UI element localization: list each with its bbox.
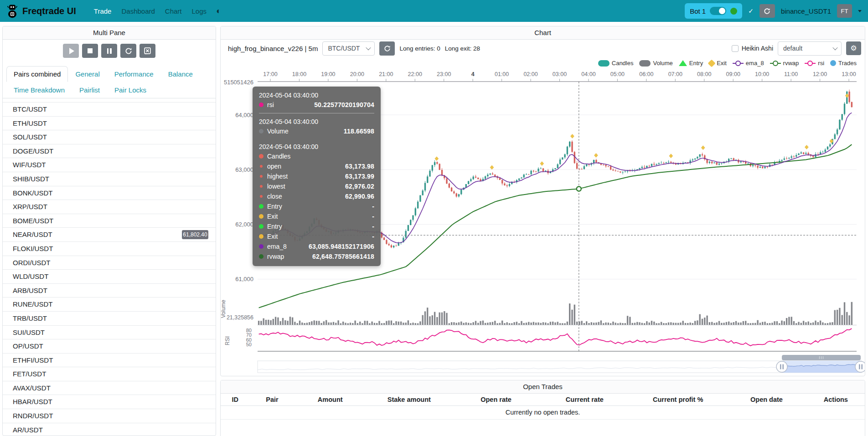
chart-tooltip: 2024-05-04 03:40:00rsi50.225770201907042…	[253, 87, 381, 266]
datazoom-left-handle[interactable]	[776, 361, 787, 372]
login-name[interactable]: binance_USDT1	[781, 7, 831, 15]
pair-row[interactable]: SHIB/USDT	[3, 172, 216, 186]
legend-item-candles[interactable]: Candles	[598, 60, 634, 67]
pair-row[interactable]: XRP/USDT	[3, 200, 216, 214]
pair-row[interactable]: WLD/USDT	[3, 269, 216, 283]
brand[interactable]: Freqtrade UI	[6, 4, 76, 18]
tooltip-row: close62,990.96	[259, 191, 374, 201]
plot-config-select[interactable]: default	[778, 41, 842, 56]
pair-row[interactable]: ETHFI/USDT	[3, 353, 216, 367]
heikin-ashi-checkbox[interactable]	[732, 45, 739, 52]
tooltip-row: rvwap62,648.75785661418	[259, 251, 374, 262]
open-trades-panel: Open Trades IDPairAmountStake amountOpen…	[220, 380, 865, 436]
bot-toggle[interactable]	[710, 7, 726, 15]
brand-title: Freqtrade UI	[22, 6, 76, 16]
svg-text:18:00: 18:00	[292, 71, 306, 77]
column-header-stake-amount: Stake amount	[366, 396, 453, 403]
navbar-right: Bot 1 ✓ binance_USDT1 FT	[685, 3, 862, 19]
avatar[interactable]: FT	[837, 4, 852, 18]
rvwap-swatch-icon	[770, 61, 781, 66]
nav-item-logs[interactable]: Logs	[187, 5, 212, 18]
pair-row[interactable]: FET/USDT	[3, 367, 216, 381]
pair-row[interactable]: RNDR/USDT	[3, 409, 216, 423]
tab-pairs-combined[interactable]: Pairs combined	[6, 66, 68, 82]
tooltip-row: Exit-	[259, 231, 374, 241]
forceexit-button[interactable]	[140, 44, 155, 58]
tab-pair-locks[interactable]: Pair Locks	[107, 82, 154, 98]
rsi-swatch-icon	[805, 61, 816, 66]
refresh-icon	[764, 8, 770, 15]
pair-row[interactable]: SOL/USDT	[3, 130, 216, 144]
datazoom-right-handle[interactable]	[855, 361, 865, 372]
pause-icon	[107, 48, 112, 54]
legend-label: Candles	[612, 60, 634, 67]
tab-general[interactable]: General	[68, 66, 107, 82]
pair-row[interactable]: ETH/USDT	[3, 116, 216, 130]
legend-label: rsi	[818, 60, 824, 67]
tooltip-row: Volume118.66598	[259, 126, 374, 136]
pair-row[interactable]: BTC/USDT	[3, 102, 216, 116]
app: Freqtrade UI TradeDashboardChartLogs ◐ B…	[0, 0, 868, 436]
reload-config-button[interactable]	[120, 44, 136, 58]
svg-text:64,000: 64,000	[235, 112, 253, 118]
svg-text:20:00: 20:00	[350, 71, 364, 77]
bot-selector[interactable]: Bot 1	[685, 3, 742, 19]
column-header-pair: Pair	[250, 396, 295, 403]
play-icon	[69, 48, 74, 54]
entry-swatch-icon	[679, 60, 687, 66]
refresh-chart-button[interactable]	[379, 41, 395, 56]
tab-performance[interactable]: Performance	[107, 66, 161, 82]
legend-item-rvwap[interactable]: rvwap	[770, 60, 799, 67]
legend-label: Volume	[653, 60, 672, 67]
legend-label: Trades	[838, 60, 857, 67]
long-entries-count: Long entries: 0	[399, 45, 440, 52]
user-menu-caret-icon[interactable]	[858, 10, 862, 12]
pair-row[interactable]: AVAX/USDT	[3, 381, 216, 395]
pair-select[interactable]: BTC/USDT	[322, 41, 375, 56]
pair-row[interactable]: ORDI/USDT	[3, 256, 216, 270]
pair-row[interactable]: DOGE/USDT	[3, 144, 216, 158]
legend-item-entry[interactable]: Entry	[679, 60, 703, 67]
legend-item-trades[interactable]: Trades	[830, 60, 857, 67]
tab-time-breakdown[interactable]: Time Breakdown	[6, 82, 72, 98]
nav-item-chart[interactable]: Chart	[160, 5, 187, 18]
theme-toggle-icon[interactable]: ◐	[212, 6, 226, 16]
pair-row[interactable]: ARB/USDT	[3, 283, 216, 298]
pair-row[interactable]: BOME/USDT	[3, 214, 216, 228]
open-trades-header: IDPairAmountStake amountOpen rateCurrent…	[221, 394, 865, 406]
chart-cancel-icon	[144, 47, 151, 55]
legend-item-exit[interactable]: Exit	[709, 60, 727, 67]
svg-text:11:00: 11:00	[784, 71, 798, 77]
tab-pairlist[interactable]: Pairlist	[72, 82, 107, 98]
play-button[interactable]	[63, 44, 79, 58]
legend-item-rsi[interactable]: rsi	[805, 60, 824, 67]
plot-settings-button[interactable]: ⚙	[846, 41, 861, 55]
pair-row[interactable]: FLOKI/USDT	[3, 241, 216, 256]
pair-row[interactable]: HBAR/USDT	[3, 395, 216, 409]
legend-label: ema_8	[746, 60, 764, 67]
nav-item-dashboard[interactable]: Dashboard	[116, 5, 160, 18]
tab-balance[interactable]: Balance	[161, 66, 200, 82]
stop-button[interactable]	[82, 44, 98, 58]
pair-row[interactable]: SUI/USDT	[3, 325, 216, 339]
robot-logo-icon	[6, 4, 18, 18]
svg-text:09:00: 09:00	[726, 71, 740, 77]
pair-row[interactable]: AR/USDT	[3, 423, 216, 436]
series-dot-icon	[259, 103, 264, 107]
tooltip-row: ema_863,085.948152171906	[259, 241, 374, 251]
navbar: Freqtrade UI TradeDashboardChartLogs ◐ B…	[0, 0, 868, 22]
pair-row[interactable]: OP/USDT	[3, 339, 216, 353]
pair-row[interactable]: BONK/USDT	[3, 186, 216, 200]
reload-bot-button[interactable]	[760, 4, 775, 18]
pair-row[interactable]: WIF/USDT	[3, 158, 216, 172]
tooltip-timestamp: 2024-05-04 03:40:00	[259, 91, 374, 100]
gear-icon: ⚙	[850, 45, 857, 52]
nav-item-trade[interactable]: Trade	[89, 5, 117, 18]
pause-button[interactable]	[101, 44, 117, 58]
ema_8-swatch-icon	[733, 61, 744, 66]
legend-item-ema_8[interactable]: ema_8	[733, 60, 764, 67]
pair-row[interactable]: RUNE/USDT	[3, 297, 216, 311]
tooltip-row: Candles	[259, 151, 374, 161]
legend-item-volume[interactable]: Volume	[639, 60, 672, 67]
pair-row[interactable]: TRB/USDT	[3, 311, 216, 325]
